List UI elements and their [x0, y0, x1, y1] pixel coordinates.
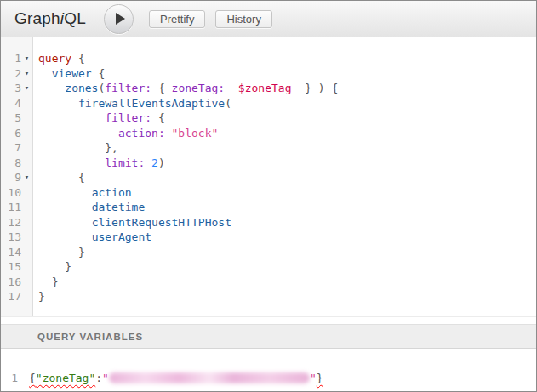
code-line[interactable]: { [38, 170, 536, 185]
code-line[interactable]: firewallEventsAdaptive( [38, 96, 536, 111]
code-line[interactable]: } [38, 289, 536, 304]
code-line[interactable]: } [38, 259, 536, 275]
editor-gutter: 1▾2▾3▾456789▾1011121314151617 [1, 37, 33, 316]
code-token: "block" [172, 127, 219, 139]
code-token: filter: [105, 111, 151, 124]
fold-spacer [21, 126, 32, 141]
code-token: } [78, 246, 85, 258]
query-variables-title: QUERY VARIABLES [37, 332, 143, 342]
code-token [38, 201, 92, 213]
code-line[interactable]: viewer { [38, 66, 536, 82]
gutter-row: 12 [1, 215, 32, 230]
code-token: " [310, 372, 317, 384]
code-token: } [317, 372, 323, 384]
fold-spacer [21, 259, 32, 275]
fold-arrow-icon[interactable]: ▾ [21, 81, 32, 96]
code-token [38, 216, 92, 229]
fold-spacer [21, 215, 32, 230]
code-token: { [29, 372, 36, 384]
code-line[interactable]: datetime [38, 200, 536, 215]
line-number: 15 [1, 259, 21, 275]
editor-code-area[interactable]: query { viewer { zones(filter: { zoneTag… [33, 37, 536, 316]
code-token: 2 [151, 156, 158, 169]
code-token: { [78, 171, 85, 184]
code-token: clientRequestHTTPHost [92, 216, 231, 229]
gutter-row: 7 [1, 140, 32, 156]
code-token [291, 82, 305, 94]
fold-spacer [21, 289, 32, 304]
logo-text-graph: Graph [14, 9, 60, 27]
code-token [225, 82, 238, 94]
code-line[interactable]: clientRequestHTTPHost [38, 215, 536, 230]
code-token: " [102, 372, 109, 384]
code-line[interactable]: } [38, 275, 536, 290]
code-line[interactable]: zones(filter: { zoneTag: $zoneTag } ) { [38, 81, 536, 96]
line-number: 12 [1, 215, 21, 230]
line-number: 17 [1, 289, 21, 304]
gutter-row: 14 [1, 245, 32, 260]
gutter-row: 4 [1, 96, 32, 111]
code-token: } [52, 276, 59, 288]
code-line[interactable]: }, [38, 140, 536, 156]
graphiql-logo: GraphiQL [14, 9, 86, 28]
gutter-row: 17 [1, 289, 32, 304]
variables-gutter: 1 [1, 371, 18, 391]
fold-arrow-icon[interactable]: ▾ [21, 170, 32, 185]
code-line[interactable]: userAgent [38, 230, 536, 245]
query-editor[interactable]: 1▾2▾3▾456789▾1011121314151617 query { vi… [1, 37, 536, 316]
code-token: action: [118, 127, 165, 139]
code-token: query [38, 52, 71, 65]
code-token: action [92, 186, 132, 199]
variables-code-area[interactable]: {"zoneTag":""} [29, 371, 323, 391]
code-token [38, 260, 65, 273]
code-token: ) [158, 156, 165, 169]
code-token: { [151, 111, 165, 124]
variables-line[interactable]: {"zoneTag":""} [29, 371, 323, 386]
code-line[interactable]: action [38, 185, 536, 201]
fold-arrow-icon[interactable]: ▾ [21, 51, 32, 66]
code-token [38, 156, 105, 169]
redacted-zone-tag-value [109, 372, 310, 383]
code-token [38, 276, 52, 288]
query-variables-title-bar[interactable]: QUERY VARIABLES [1, 324, 536, 349]
gutter-row: 16 [1, 275, 32, 290]
code-token [38, 171, 78, 184]
play-icon [116, 13, 125, 25]
fold-arrow-icon[interactable]: ▾ [21, 66, 32, 82]
code-line[interactable]: limit: 2) [38, 156, 536, 171]
code-token [38, 67, 52, 80]
code-line[interactable]: action: "block" [38, 126, 536, 141]
fold-spacer [21, 96, 32, 111]
fold-spacer [21, 245, 32, 260]
code-line[interactable]: filter: { [38, 111, 536, 126]
line-number: 1 [11, 372, 18, 384]
gutter-row: 6 [1, 126, 32, 141]
code-token [38, 230, 92, 243]
line-number: 2 [1, 66, 21, 82]
code-token [38, 127, 118, 139]
code-token: limit: [105, 156, 145, 169]
code-token: zoneTag: [172, 82, 226, 94]
code-line[interactable]: query { [38, 51, 536, 66]
fold-spacer [21, 200, 32, 215]
gutter-row: 8 [1, 156, 32, 171]
execute-query-button[interactable] [104, 4, 134, 34]
history-button[interactable]: History [215, 10, 271, 28]
code-token: datetime [92, 201, 146, 213]
line-number: 5 [1, 111, 21, 126]
prettify-button[interactable]: Prettify [149, 10, 205, 28]
line-number: 4 [1, 96, 21, 111]
code-token: userAgent [92, 230, 151, 243]
gutter-row: 1▾ [1, 51, 32, 66]
line-number: 14 [1, 245, 21, 260]
variables-editor[interactable]: 1 {"zoneTag":""} [1, 349, 536, 391]
line-number: 6 [1, 126, 21, 141]
gutter-row: 10 [1, 185, 32, 201]
gutter-row: 9▾ [1, 170, 32, 185]
variables-resize-handle[interactable] [1, 316, 536, 324]
code-token: }, [105, 141, 118, 154]
code-token: { [92, 67, 106, 80]
code-token: $zoneTag [238, 82, 292, 94]
code-token: { [71, 52, 85, 65]
code-line[interactable]: } [38, 245, 536, 260]
